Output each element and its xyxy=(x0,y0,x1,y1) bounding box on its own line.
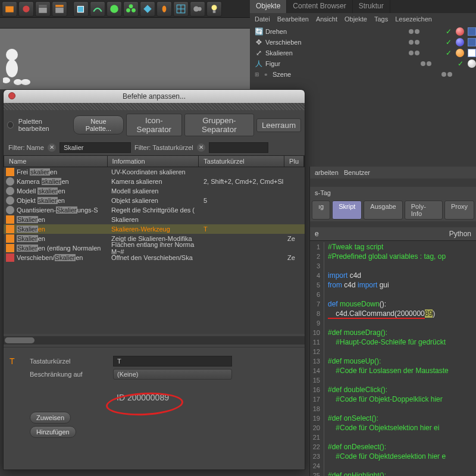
tab-ausgabe[interactable]: Ausgabe xyxy=(364,201,402,220)
panel-tabs: Objekte Content Browser Struktur xyxy=(250,0,476,13)
code-line: 7def mouseDown(): xyxy=(310,299,476,309)
obj-verschieben[interactable]: ✥ Verschieben ✓ xyxy=(250,37,476,48)
tab-struktur[interactable]: Struktur xyxy=(353,0,390,13)
tab-polyinfo[interactable]: Poly-Info xyxy=(405,201,443,220)
filter-name-input[interactable] xyxy=(60,142,131,153)
table-row[interactable]: Kamera skalieren Kamera skalieren 2, Shi… xyxy=(4,177,305,186)
tab-ig[interactable]: ıg xyxy=(312,201,330,220)
table-row[interactable]: Skalieren Skalieren-Werkzeug T xyxy=(4,224,305,234)
tab-content-browser[interactable]: Content Browser xyxy=(287,0,352,13)
toolbar-camera-icon[interactable] xyxy=(190,1,205,17)
restrict-select[interactable]: (Keine) xyxy=(113,369,232,380)
code-line: 21 xyxy=(310,433,476,442)
palette-edit-label: Paletten bearbeiten xyxy=(18,118,67,132)
tag-icon[interactable] xyxy=(468,27,476,36)
icon-separator-button[interactable]: Icon-Separator xyxy=(126,114,182,136)
table-row[interactable]: Modell skalieren Modell skalieren xyxy=(4,186,305,196)
filter-name-label: Filter: Name xyxy=(8,144,44,151)
obj-drehen[interactable]: 🔄 Drehen ✓ xyxy=(250,26,476,37)
clear-name-filter-icon[interactable]: ✕ xyxy=(48,143,56,152)
toolbar-flower-icon[interactable] xyxy=(123,1,139,17)
menu-objekte[interactable]: Objekte xyxy=(345,15,367,23)
tag-icon[interactable] xyxy=(468,38,476,46)
col-plu[interactable]: Plu xyxy=(284,156,304,167)
code-line: 3 xyxy=(310,261,476,271)
toolbar-bulb-icon[interactable] xyxy=(156,1,172,17)
toolbar-spline-icon[interactable] xyxy=(90,1,105,17)
new-palette-button[interactable]: Neue Palette... xyxy=(73,115,124,134)
table-row[interactable]: Skalieren (entlang Normalen Flächen entl… xyxy=(4,243,305,253)
menu-bearbeiten[interactable]: Bearbeiten xyxy=(277,15,309,23)
clear-key-filter-icon[interactable]: ✕ xyxy=(197,143,205,152)
code-line: 18 xyxy=(310,404,476,414)
tab-objekte[interactable]: Objekte xyxy=(250,0,287,13)
spacer-button[interactable]: Leerraum xyxy=(256,118,301,132)
menu-tags[interactable]: Tags xyxy=(374,15,388,23)
toolbar-clapper2-icon[interactable] xyxy=(52,1,67,17)
tab-proxy[interactable]: Proxy xyxy=(444,201,474,220)
table-row[interactable]: Quantisieren-Skalierungs-S Regelt die Sc… xyxy=(4,205,305,215)
obj-figur[interactable]: 人 Figur ✓ xyxy=(250,58,476,69)
dialog-titlebar[interactable]: Befehle anpassen... xyxy=(4,90,305,103)
code-line: 25#def onHighlight(): xyxy=(310,471,476,476)
toolbar-grid-icon[interactable] xyxy=(173,1,189,17)
attr-menu-arbeiten[interactable]: arbeiten xyxy=(315,169,339,176)
group-separator-button[interactable]: Gruppen-Separator xyxy=(184,114,254,136)
svg-point-10 xyxy=(131,8,136,12)
lang-select[interactable]: Python xyxy=(449,230,471,238)
toolbar-clapper-icon[interactable] xyxy=(35,1,51,17)
filter-key-label: Filter: Tastaturkürzel xyxy=(134,144,193,151)
col-name[interactable]: Name xyxy=(4,156,108,167)
menu-datei[interactable]: Datei xyxy=(255,15,270,23)
script-panel: arbeiten Benutzer s-Tag ıg Skript Ausgab… xyxy=(309,167,476,476)
svg-rect-2 xyxy=(39,7,47,12)
table-row[interactable]: Skalieren Skalieren xyxy=(4,215,305,224)
move-icon: ✥ xyxy=(255,38,263,46)
toolbar-open-icon[interactable] xyxy=(2,1,17,17)
toolbar-cube-icon[interactable] xyxy=(73,1,89,17)
script-tabs-row: ıg Skript Ausgabe Poly-Info Proxy xyxy=(310,199,476,221)
svg-point-20 xyxy=(6,60,18,77)
svg-point-17 xyxy=(212,5,217,10)
code-line: 22#def onDeselect(): xyxy=(310,442,476,452)
table-body[interactable]: Frei skalieren UV-Koordinaten skalieren … xyxy=(4,167,305,334)
shortcut-input[interactable] xyxy=(113,356,232,367)
viewport-header xyxy=(0,18,250,29)
menu-ansicht[interactable]: Ansicht xyxy=(316,15,337,23)
code-editor[interactable]: 1#Tweak tag script2#Predefined global va… xyxy=(310,241,476,476)
restrict-label: Beschränkung auf xyxy=(30,371,107,378)
script-header: e Python xyxy=(310,227,476,241)
code-line: 4import c4d xyxy=(310,271,476,280)
svg-point-22 xyxy=(14,79,22,85)
toolbar-light-icon[interactable] xyxy=(206,1,222,17)
table-row[interactable]: Verschieben/Skalieren Öffnet den Verschi… xyxy=(4,253,305,262)
svg-rect-18 xyxy=(213,10,216,13)
table-row[interactable]: Frei skalieren UV-Koordinaten skalieren xyxy=(4,167,305,177)
svg-point-21 xyxy=(3,77,10,83)
scrollbar[interactable] xyxy=(4,336,305,345)
svg-point-16 xyxy=(198,7,202,11)
panel-menu: Datei Bearbeiten Ansicht Objekte Tags Le… xyxy=(250,13,476,25)
code-line: 15 xyxy=(310,375,476,385)
obj-szene[interactable]: ⊞ ▫ Szene xyxy=(250,69,476,80)
assign-button[interactable]: Zuweisen xyxy=(30,412,71,424)
toolbar-shape-icon[interactable] xyxy=(140,1,155,17)
dialog-grip[interactable] xyxy=(4,103,305,110)
code-line: 23 #Code für Objektdeselektion hier e xyxy=(310,452,476,461)
filter-key-input[interactable] xyxy=(209,142,268,153)
code-line: 17 #Code für Objekt-Doppelklick hier xyxy=(310,394,476,404)
tab-skript[interactable]: Skript xyxy=(332,201,362,220)
table-row[interactable]: Objekt skalieren Objekt skalieren 5 xyxy=(4,196,305,205)
col-key[interactable]: Tastaturkürzel xyxy=(199,156,284,167)
palette-edit-checkbox[interactable] xyxy=(7,121,14,129)
close-icon[interactable] xyxy=(8,92,15,99)
toolbar-record-icon[interactable] xyxy=(18,1,34,17)
attr-menu-benutzer[interactable]: Benutzer xyxy=(344,169,370,176)
menu-lesezeichen[interactable]: Lesezeichen xyxy=(395,15,432,23)
toolbar-sphere-icon[interactable] xyxy=(107,1,122,17)
tag-icon[interactable] xyxy=(468,49,476,57)
viewport[interactable] xyxy=(0,18,250,89)
obj-skalieren[interactable]: ⤢ Skalieren ✓ xyxy=(250,48,476,58)
add-button[interactable]: Hinzufügen xyxy=(30,426,76,438)
col-info[interactable]: Information xyxy=(108,156,199,167)
